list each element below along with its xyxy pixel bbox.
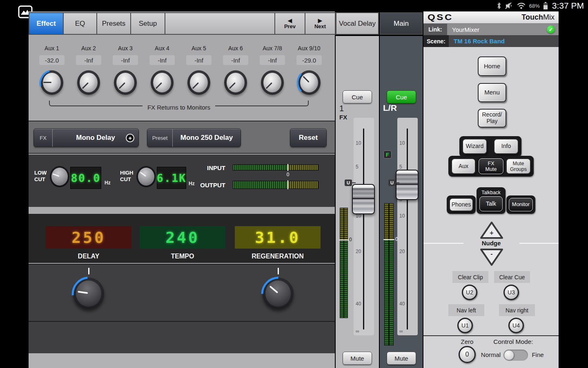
prev-arrow-icon: ◀ [288,18,292,24]
regeneration-knob[interactable] [263,278,294,310]
fader-slot [407,128,408,330]
fx-fader-cap[interactable] [352,184,375,214]
prev-button[interactable]: ◀ Prev [274,12,305,35]
low-cut-knob[interactable] [50,166,69,187]
main-strip-header[interactable]: Main [380,12,423,35]
menu-button[interactable]: Menu [478,83,506,102]
fx-mute-button-panel[interactable]: FX Mute [479,158,503,174]
knob-pointer [119,83,125,89]
parameter-knob-section [29,264,335,321]
fx-cue-button[interactable]: Cue [343,90,372,103]
aux-send-knob[interactable] [261,70,284,95]
control-mode-normal-label: Normal [479,351,503,358]
fx-strip-body: Cue 1 FX 10 5 5 10 20 40 ∞ U 0 [336,36,379,368]
aux-send-knob[interactable] [298,70,321,95]
control-mode-toggle[interactable] [503,350,528,361]
aux-send-knob[interactable] [114,70,137,95]
aux-button[interactable]: Aux [451,158,476,174]
fx-type-selector[interactable]: FX Mono Delay + [33,128,139,147]
record-play-button[interactable]: Record/ Play [478,109,506,128]
nudge-up-button[interactable]: + [480,221,503,239]
zero-button[interactable]: 0 [459,346,476,363]
aux-send-knob[interactable] [40,70,63,95]
fx-strip-header[interactable]: Vocal Delay [336,12,379,35]
volume-muted-icon [505,2,513,9]
info-button[interactable]: Info [494,139,519,154]
control-mode-label: Control Mode: [485,338,542,346]
aux-send-value[interactable]: -Inf [260,55,285,65]
aux-send-value[interactable]: -Inf [223,55,248,65]
fx-mute-button[interactable]: Mute [343,352,372,365]
effect-panel-footer [29,321,335,353]
tab-eq[interactable]: EQ [63,12,97,35]
main-mute-button[interactable]: Mute [387,352,416,365]
tab-presets[interactable]: Presets [96,12,131,35]
fx-preset-selector[interactable]: Preset Mono 250 Delay [147,128,241,147]
aux-send-knob[interactable] [224,70,247,95]
scene-value[interactable]: TM 16 Rock Band [454,38,505,45]
user-button-u1[interactable]: U1 [457,318,473,333]
user-button-u4[interactable]: U4 [508,318,524,333]
knob-pointer [192,83,199,89]
meter-zero-label: 0 [284,172,292,177]
main-cue-button[interactable]: Cue [387,90,416,103]
effect-panel-bottom-strip [29,353,335,368]
fine-mode-badge[interactable]: F [383,150,392,159]
knob-pointer [229,83,236,89]
brand-header: QSC TouchMix [423,11,559,24]
effect-tab-bar: Effect EQ Presets Setup ◀ Prev ▶ Next [29,12,335,35]
home-button[interactable]: Home [478,56,506,76]
user-button-u2[interactable]: U2 [462,285,477,300]
aux-send-knob[interactable] [187,70,210,95]
aux-send-value[interactable]: -29.0 [296,55,322,65]
fx-add-icon[interactable]: + [126,134,134,142]
clear-clip-button[interactable]: Clear Clip [452,271,488,283]
high-cut-knob[interactable] [136,166,156,187]
main-lr-strip: Main Cue L/R F 10 5 5 10 20 40 ∞ U [380,11,423,368]
output-meter-zero-tick [287,180,288,189]
user-button-u3[interactable]: U3 [503,285,519,300]
knob-pointer [43,82,51,83]
meter-column-divider [385,204,393,345]
aux-send-value[interactable]: -Inf [186,55,212,65]
tab-effect[interactable]: Effect [29,12,64,35]
aux-send-label: Aux 1 [45,45,59,52]
fx-selector-row: FX Mono Delay + Preset Mono 250 Delay Re… [29,121,335,154]
aux-send-value[interactable]: -32.0 [39,55,65,65]
link-value[interactable]: YourMixer [452,26,479,33]
nav-left-button[interactable]: Nav left [448,304,484,316]
aux-send-knob[interactable] [77,70,100,95]
aux-send-value[interactable]: -Inf [76,55,101,65]
delay-display: 250 [46,226,131,249]
fx-fader-track[interactable]: 10 5 5 10 20 40 ∞ [354,118,374,335]
fader-scale-tick: ∞ [399,328,403,334]
meter-zero-line [383,239,394,240]
talk-button[interactable]: Talk [479,196,503,211]
mute-groups-button[interactable]: Mute Groups [506,158,531,174]
aux-send-value[interactable]: -Inf [113,55,138,65]
tab-setup[interactable]: Setup [130,12,165,35]
aux-send-knob[interactable] [151,70,174,95]
delay-display-label: DELAY [46,253,131,260]
high-cut-display: 6.1K [157,167,186,189]
nav-right-button[interactable]: Nav right [499,304,535,316]
delay-knob[interactable] [73,278,104,310]
next-button[interactable]: ▶ Next [305,12,336,35]
aux-send-value[interactable]: -Inf [149,55,175,65]
input-meter [233,164,318,171]
aux-send-label: Aux 6 [228,45,243,52]
monitor-button[interactable]: Monitor [509,198,533,211]
wizard-button[interactable]: Wizard [462,139,487,154]
meter-green-zone [233,181,288,188]
clock: 3:37 PM [552,1,584,11]
fader-scale-tick: ∞ [356,328,359,334]
nudge-down-button[interactable]: - [480,248,503,266]
main-fader-track[interactable]: 10 5 5 10 20 40 ∞ [397,118,418,335]
reset-button[interactable]: Reset [290,128,327,147]
clear-cue-button[interactable]: Clear Cue [494,271,530,283]
phones-button[interactable]: Phones [449,198,473,211]
main-fader-cap[interactable] [396,170,419,200]
android-status-bar: 68% 3:37 PM [0,0,588,11]
bluetooth-icon [497,2,501,9]
filter-meter-section: LOW CUT 80.0 Hz HIGH CUT 6.1K Hz INPUT 0… [29,155,335,207]
